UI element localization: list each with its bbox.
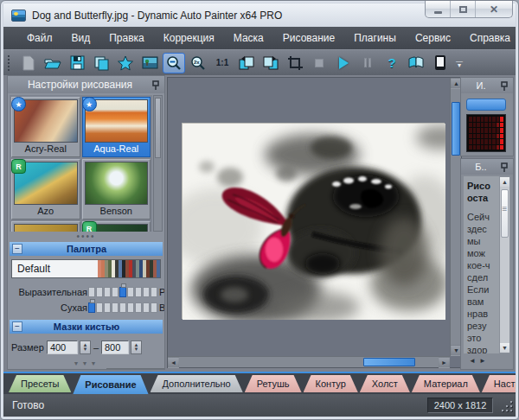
dry-slider[interactable] <box>88 302 157 313</box>
pause-render-button[interactable] <box>356 53 379 73</box>
maximize-button[interactable] <box>451 1 476 17</box>
preset-partial-1[interactable] <box>11 221 80 232</box>
menu-edit[interactable]: Правка <box>99 29 154 48</box>
copy-image-button[interactable] <box>90 53 112 73</box>
size-min-spinner[interactable]: ▲▼ <box>80 340 91 354</box>
stop-render-button[interactable] <box>308 53 330 73</box>
scroll-down-icon[interactable]: ▼ <box>500 343 509 353</box>
rotate-right-button[interactable] <box>260 53 282 73</box>
slider-segment[interactable] <box>96 302 103 313</box>
tab-материал[interactable]: Материал <box>412 375 480 392</box>
start-button[interactable]: Старт <box>106 368 165 370</box>
collapse-arrows[interactable]: ▼▼▼ <box>8 360 164 366</box>
slider-segment[interactable] <box>112 287 119 297</box>
preset-partial-2[interactable]: R <box>82 221 151 232</box>
tab-пресеты[interactable]: Пресеты <box>9 375 71 392</box>
slider-segment[interactable] <box>127 302 134 313</box>
save-button[interactable] <box>66 53 88 73</box>
canvas-area[interactable]: ▲ ▼ ◄ ► <box>167 77 462 368</box>
preset-aqua-real-selected[interactable]: ★ Aqua-Real <box>82 97 151 157</box>
info-panel-header[interactable]: И. <box>461 78 513 93</box>
slider-segment[interactable] <box>135 287 142 297</box>
collapse-palette-button[interactable]: − <box>12 244 22 254</box>
palette-select[interactable]: Default <box>11 259 161 278</box>
play-render-button[interactable] <box>332 53 355 73</box>
slider-segment[interactable] <box>143 302 150 313</box>
slider-segment[interactable] <box>88 287 95 297</box>
slider-segment[interactable] <box>135 302 142 313</box>
mask-book-button[interactable] <box>405 53 427 73</box>
slider-segment[interactable] <box>143 287 150 297</box>
menu-painting[interactable]: Рисование <box>273 29 344 48</box>
menu-file[interactable]: Файл <box>17 29 62 48</box>
menu-service[interactable]: Сервис <box>406 29 460 48</box>
menu-view[interactable]: Вид <box>62 29 100 48</box>
horizontal-scroll-thumb[interactable] <box>363 358 415 366</box>
tab-ретушь[interactable]: Ретушь <box>245 375 302 392</box>
menu-correction[interactable]: Коррекция <box>154 29 224 48</box>
canvas-horizontal-scrollbar[interactable]: ◄ ► <box>168 356 450 367</box>
menu-plugins[interactable]: Плагины <box>344 29 406 48</box>
size-max-field[interactable]: 800 <box>101 340 129 354</box>
slider-segment[interactable] <box>151 287 157 297</box>
scroll-up-icon[interactable]: ▲ <box>500 177 509 187</box>
zoom-2x-button[interactable]: 2x <box>187 53 209 73</box>
toolbar-grip[interactable] <box>8 55 11 71</box>
tab-холст[interactable]: Холст <box>360 375 410 392</box>
pin-icon[interactable] <box>501 81 508 91</box>
tab-настройка ц[interactable]: Настройка ц <box>482 375 516 392</box>
tab-рисование[interactable]: Рисование <box>73 375 148 394</box>
preset-benson[interactable]: Benson <box>82 159 151 220</box>
slider-segment[interactable] <box>119 302 126 313</box>
collapse-brush-button[interactable]: − <box>12 321 22 332</box>
scroll-left-icon[interactable]: ◄ <box>469 357 476 365</box>
menu-help[interactable]: Справка <box>460 29 519 48</box>
quick-help-scrollbar[interactable]: ▲ ▼ <box>499 176 510 353</box>
slider-segment[interactable] <box>104 302 111 313</box>
preset-scrollbar[interactable] <box>153 95 163 232</box>
slider-segment[interactable] <box>96 287 103 297</box>
tab-дополнительно[interactable]: Дополнительно <box>151 375 243 392</box>
rotate-left-button[interactable] <box>235 53 258 73</box>
splitter-dots[interactable]: •••• <box>8 233 164 240</box>
stop-button[interactable]: Стоп <box>41 368 98 370</box>
new-file-button[interactable] <box>17 53 40 73</box>
size-max-spinner[interactable]: ▲▼ <box>131 340 142 354</box>
pin-icon[interactable] <box>501 162 508 172</box>
favorite-button[interactable] <box>114 53 137 73</box>
slider-segment[interactable] <box>119 287 126 297</box>
close-button[interactable]: ✕ <box>476 1 512 17</box>
preset-acry-real[interactable]: ★ Acry-Real <box>11 97 80 157</box>
quick-help-horizontal-scroll[interactable]: ◄► <box>464 355 486 366</box>
pin-icon[interactable] <box>152 80 159 90</box>
open-file-button[interactable] <box>42 53 64 73</box>
scroll-right-icon[interactable]: ► <box>479 357 486 365</box>
size-min-field[interactable]: 400 <box>47 340 78 354</box>
quick-help-header[interactable]: Б.. <box>461 159 513 175</box>
tab-контур[interactable]: Контур <box>304 375 358 392</box>
scroll-right-icon[interactable]: ► <box>439 357 450 368</box>
slider-segment[interactable] <box>127 287 134 297</box>
help-scroll-thumb[interactable] <box>501 189 509 238</box>
device-preview-button[interactable] <box>429 53 452 73</box>
preset-azo[interactable]: R Azo <box>11 159 80 220</box>
slider-segment[interactable] <box>151 302 157 313</box>
scroll-left-icon[interactable]: ◄ <box>168 357 179 368</box>
zoom-out-button[interactable] <box>163 53 185 73</box>
vertical-scroll-thumb[interactable] <box>452 102 460 156</box>
resize-grip[interactable] <box>500 399 512 411</box>
source-image-button[interactable] <box>138 53 161 73</box>
help-button[interactable]: ? <box>381 53 403 73</box>
paint-settings-header[interactable]: Настройки рисования <box>8 76 164 93</box>
expressive-slider[interactable] <box>88 287 157 297</box>
toolbar-overflow-button[interactable]: —▾ <box>456 59 463 67</box>
slider-segment[interactable] <box>88 302 95 313</box>
slider-segment[interactable] <box>104 287 111 297</box>
zoom-1to1-button[interactable]: 1:1 <box>211 53 234 73</box>
menu-mask[interactable]: Маска <box>224 29 273 48</box>
painting-image[interactable] <box>182 123 445 319</box>
minimize-button[interactable] <box>426 1 451 17</box>
slider-segment[interactable] <box>112 302 119 313</box>
crop-button[interactable] <box>284 53 306 73</box>
preset-scrollbar-thumb[interactable] <box>155 98 161 158</box>
